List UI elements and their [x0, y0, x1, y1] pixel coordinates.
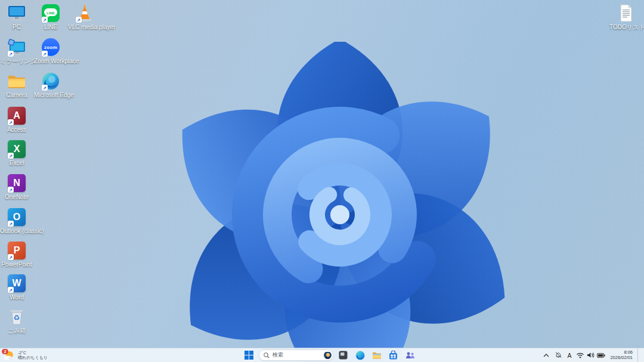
folder-icon — [7, 73, 26, 89]
shortcut-arrow-icon: ↗ — [8, 287, 14, 293]
desktop-icon-onenote[interactable]: N ↗ OneNote — [0, 173, 33, 200]
bell-slash-icon — [555, 351, 562, 358]
battery-icon — [597, 352, 605, 358]
icon-label: PowerPoint — [0, 261, 33, 268]
desktop-icon-powerpoint[interactable]: P ↗ PowerPoint — [0, 240, 33, 268]
show-desktop-button[interactable] — [637, 348, 640, 362]
icon-label: VLC media player — [68, 24, 101, 30]
icon-label: OneNote — [0, 194, 33, 200]
chevron-up-icon — [543, 352, 550, 358]
desktop-icon-excel[interactable]: X ↗ Excel — [0, 139, 33, 166]
file-explorer-icon — [372, 351, 382, 359]
notification-badge: 2 — [2, 349, 8, 354]
shortcut-arrow-icon: ↗ — [8, 153, 14, 159]
icon-label: Access — [0, 126, 33, 133]
shortcut-arrow-icon: ↗ — [8, 187, 14, 193]
task-view-icon — [339, 351, 348, 360]
desktop-icon-vlc[interactable]: ↗ VLC media player — [68, 3, 101, 30]
shortcut-arrow-icon: ↗ — [8, 221, 14, 227]
svg-text:LINE: LINE — [47, 11, 55, 15]
desktop-icon-camera-folder[interactable]: Camera — [0, 71, 33, 98]
quick-settings-button[interactable] — [576, 352, 605, 358]
clock-button[interactable]: 8:06 2026/02/01 — [610, 350, 633, 360]
wifi-icon — [576, 352, 584, 358]
weather-condition: 晴れのちくもり — [18, 355, 48, 360]
shortcut-arrow-icon: ↗ — [42, 85, 48, 91]
taskbar-store-button[interactable] — [386, 349, 400, 361]
windows-logo-icon — [244, 351, 253, 360]
desktop-icon-pc[interactable]: PC — [0, 3, 33, 30]
icon-label: Excel — [0, 160, 33, 166]
icon-label: PC — [0, 24, 33, 30]
shortcut-arrow-icon: ↗ — [8, 51, 14, 57]
teams-people-icon — [405, 351, 415, 360]
icon-label: TODOリスト20... — [609, 24, 643, 30]
weather-temperature: -2°C — [18, 351, 48, 355]
text-file-icon — [619, 4, 633, 22]
icon-label: Microsoft Edge — [34, 92, 67, 98]
taskbar-edge-button[interactable] — [353, 349, 367, 361]
svg-text:♻: ♻ — [14, 314, 20, 322]
weather-icon: 2 — [3, 349, 15, 361]
icon-label: Camera — [0, 92, 33, 98]
icon-label: LINE — [34, 24, 67, 30]
icon-label: ミラーリング — [0, 58, 33, 64]
ime-mode-button[interactable]: A — [567, 352, 571, 359]
search-box[interactable]: 検索 — [259, 349, 333, 361]
tray-overflow-button[interactable] — [543, 350, 550, 361]
icon-label: Word — [0, 294, 33, 301]
windows-desktop: { "desktop": { "icons": [ {"label": "PC"… — [0, 0, 644, 362]
edge-icon — [355, 351, 365, 360]
shortcut-arrow-icon: ↗ — [42, 51, 48, 57]
search-icon — [264, 352, 270, 358]
desktop-icon-access[interactable]: A ↗ Access — [0, 106, 33, 133]
desktop-icon-edge[interactable]: ↗ Microsoft Edge — [34, 71, 67, 98]
microsoft-store-icon — [389, 351, 398, 360]
shortcut-arrow-icon: ↗ — [8, 119, 14, 125]
wallpaper-bloom-image — [89, 42, 572, 362]
pc-monitor-icon — [8, 5, 26, 21]
desktop-icon-recycle-bin[interactable]: ♻ ごみ箱 — [0, 307, 33, 334]
search-placeholder: 検索 — [273, 351, 321, 359]
desktop-icon-mirroring[interactable]: ↗ ミラーリング — [0, 37, 33, 64]
taskbar: 2 -2°C 晴れのちくもり 検索 — [0, 348, 644, 362]
desktop-icon-zoom[interactable]: zoom ↗ Zoom Workplace — [34, 37, 67, 64]
widgets-weather-button[interactable]: 2 -2°C 晴れのちくもり — [3, 348, 48, 362]
taskbar-teams-button[interactable] — [403, 349, 417, 361]
icon-label: Zoom Workplace — [34, 58, 67, 64]
desktop-icon-word[interactable]: W ↗ Word — [0, 273, 33, 301]
shortcut-arrow-icon: ↗ — [76, 17, 82, 23]
desktop-icon-line[interactable]: LINE ↗ LINE — [34, 3, 67, 30]
tray-notifications-off-button[interactable] — [555, 350, 562, 361]
icon-label: Outlook (classic) — [0, 228, 33, 234]
search-daily-image[interactable] — [324, 351, 332, 359]
icon-label: ごみ箱 — [0, 327, 33, 334]
volume-icon — [587, 352, 595, 358]
desktop-icon-text-file[interactable]: TODOリスト20... — [609, 3, 643, 30]
taskbar-file-explorer-button[interactable] — [370, 349, 383, 361]
shortcut-arrow-icon: ↗ — [8, 254, 14, 260]
recycle-bin-icon: ♻ — [9, 308, 24, 326]
desktop-icon-outlook[interactable]: O ↗ Outlook (classic) — [0, 207, 33, 234]
shortcut-arrow-icon: ↗ — [42, 17, 48, 23]
start-button[interactable] — [242, 349, 256, 361]
task-view-button[interactable] — [336, 349, 350, 361]
tray-date: 2026/02/01 — [610, 355, 633, 361]
